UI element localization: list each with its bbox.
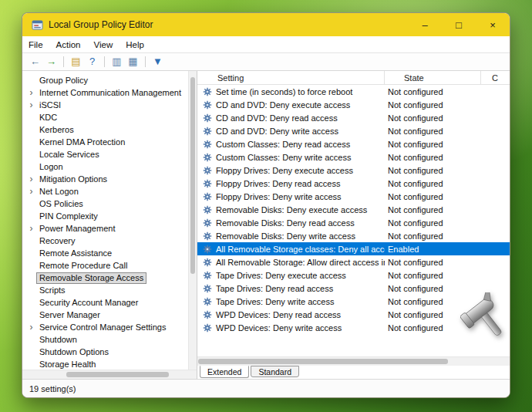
settings-row[interactable]: CD and DVD: Deny read accessNot configur… — [197, 111, 510, 124]
list-horizontal-scrollbar[interactable] — [197, 356, 510, 366]
list-header: Setting State C — [197, 71, 510, 85]
tree-item[interactable]: ›Mitigation Options — [22, 173, 197, 185]
column-header-comment[interactable]: C — [481, 71, 510, 84]
tree-item[interactable]: Scripts — [22, 284, 197, 296]
tab-standard[interactable]: Standard — [251, 366, 299, 377]
tree-item-label: Shutdown Options — [36, 346, 112, 358]
settings-row[interactable]: All Removable Storage: Allow direct acce… — [197, 255, 510, 268]
tree-item[interactable]: ›Power Management — [22, 222, 197, 235]
settings-row[interactable]: Removable Disks: Deny read accessNot con… — [197, 216, 510, 229]
chevron-right-icon[interactable]: › — [26, 88, 36, 97]
tree-item-label: iSCSI — [36, 100, 64, 111]
show-console-tree-icon[interactable]: ▥ — [109, 54, 125, 69]
toolbar: ←→▤?▥▦▼ — [22, 53, 510, 71]
tree-item[interactable]: ›Net Logon — [22, 185, 197, 198]
setting-name: All Removable Storage classes: Deny all … — [216, 245, 385, 254]
menu-file[interactable]: File — [29, 40, 43, 49]
tree-item[interactable]: ›Service Control Manager Settings — [22, 321, 197, 333]
minimize-button[interactable]: – — [408, 13, 442, 36]
tree-item-label: Scripts — [36, 285, 69, 296]
settings-row[interactable]: Floppy Drives: Deny execute accessNot co… — [197, 164, 510, 177]
tree-item[interactable]: PIN Complexity — [22, 210, 197, 222]
tree-horizontal-scrollbar-thumb[interactable] — [66, 372, 169, 377]
settings-row[interactable]: Set time (in seconds) to force rebootNot… — [197, 85, 510, 98]
hammer-graphic — [460, 292, 510, 343]
settings-row[interactable]: CD and DVD: Deny execute accessNot confi… — [197, 98, 510, 111]
title-bar[interactable]: Local Group Policy Editor – □ × — [22, 13, 510, 36]
menu-help[interactable]: Help — [126, 40, 144, 49]
tree-item[interactable]: Group Policy — [22, 74, 197, 86]
back-icon[interactable]: ← — [27, 54, 43, 69]
tree-item[interactable]: Remote Assistance — [22, 247, 197, 259]
tree-item[interactable]: KDC — [22, 111, 197, 123]
chevron-right-icon[interactable]: › — [26, 100, 36, 110]
window-title: Local Group Policy Editor — [49, 19, 153, 30]
tree-item[interactable]: Remote Procedure Call — [22, 259, 197, 272]
tab-standard-label: Standard — [258, 367, 291, 377]
policy-setting-icon — [203, 245, 212, 254]
menu-action[interactable]: Action — [56, 40, 81, 49]
tab-extended[interactable]: Extended — [200, 366, 249, 378]
help-icon[interactable]: ? — [84, 54, 100, 69]
settings-row[interactable]: Removable Disks: Deny write accessNot co… — [197, 229, 510, 242]
close-button[interactable]: × — [476, 13, 510, 36]
chevron-right-icon[interactable]: › — [26, 224, 36, 233]
tree-item[interactable]: ›Internet Communication Management — [22, 86, 197, 99]
setting-state: Not configured — [385, 271, 481, 280]
chevron-right-icon[interactable]: › — [26, 187, 36, 196]
settings-row[interactable]: CD and DVD: Deny write accessNot configu… — [197, 124, 510, 137]
tree-item[interactable]: Shutdown Options — [22, 346, 197, 358]
tree-item[interactable]: Removable Storage Access — [22, 272, 197, 284]
tree-item-label: Logon — [36, 161, 66, 173]
tree-item[interactable]: Shutdown — [22, 333, 197, 346]
column-header-setting[interactable]: Setting — [197, 71, 385, 84]
tree-item[interactable]: ›iSCSI — [22, 99, 197, 111]
setting-cell: Tape Drives: Deny read access — [197, 284, 385, 293]
chevron-right-icon[interactable]: › — [26, 174, 36, 184]
settings-row[interactable]: All Removable Storage classes: Deny all … — [197, 242, 510, 255]
list-view-icon[interactable]: ▦ — [125, 54, 141, 69]
forward-icon[interactable]: → — [43, 54, 59, 69]
setting-name: Tape Drives: Deny execute access — [216, 271, 346, 280]
column-header-state[interactable]: State — [385, 71, 481, 84]
setting-cell: CD and DVD: Deny execute access — [197, 100, 385, 110]
setting-cell: Custom Classes: Deny write access — [197, 153, 385, 162]
settings-row[interactable]: Removable Disks: Deny execute accessNot … — [197, 203, 510, 216]
tree-vertical-scrollbar[interactable] — [188, 71, 197, 370]
tree-item[interactable]: OS Policies — [22, 198, 197, 210]
settings-row[interactable]: Floppy Drives: Deny write accessNot conf… — [197, 190, 510, 203]
setting-state: Not configured — [385, 218, 481, 228]
setting-name: Removable Disks: Deny read access — [216, 218, 355, 228]
settings-row[interactable]: Custom Classes: Deny read accessNot conf… — [197, 137, 510, 150]
settings-row[interactable]: Tape Drives: Deny execute accessNot conf… — [197, 268, 510, 282]
list-horizontal-scrollbar-thumb[interactable] — [198, 359, 448, 364]
policy-setting-icon — [203, 113, 212, 123]
settings-row[interactable]: Floppy Drives: Deny read accessNot confi… — [197, 177, 510, 190]
setting-name: CD and DVD: Deny execute access — [216, 100, 350, 110]
chevron-right-icon[interactable]: › — [26, 323, 36, 332]
tree-item[interactable]: Locale Services — [22, 148, 197, 160]
setting-state: Not configured — [385, 284, 481, 293]
tree-item-label: Recovery — [36, 235, 78, 247]
tree-item-label: Internet Communication Management — [36, 87, 184, 99]
tree-horizontal-scrollbar[interactable] — [22, 370, 197, 379]
tree-item[interactable]: Server Manager — [22, 309, 197, 321]
app-icon[interactable] — [32, 19, 43, 31]
policy-setting-icon — [203, 153, 212, 162]
tree-item[interactable]: Security Account Manager — [22, 296, 197, 309]
tree-item[interactable]: Kernel DMA Protection — [22, 136, 197, 148]
filter-icon[interactable]: ▼ — [150, 54, 166, 69]
setting-cell: WPD Devices: Deny read access — [197, 310, 385, 319]
tree-item[interactable]: Kerberos — [22, 123, 197, 136]
tree-item[interactable]: Storage Health — [22, 358, 197, 370]
maximize-button[interactable]: □ — [442, 13, 476, 36]
menu-view[interactable]: View — [94, 40, 113, 49]
export-list-icon[interactable]: ▤ — [68, 54, 84, 69]
setting-cell: Removable Disks: Deny write access — [197, 231, 385, 241]
tree-item[interactable]: Recovery — [22, 235, 197, 247]
tree-vertical-scrollbar-thumb[interactable] — [190, 77, 195, 274]
tree-item-label: Storage Health — [36, 359, 99, 370]
tree-item[interactable]: Logon — [22, 160, 197, 173]
settings-row[interactable]: Custom Classes: Deny write accessNot con… — [197, 150, 510, 164]
setting-cell: All Removable Storage classes: Deny all … — [197, 245, 385, 254]
